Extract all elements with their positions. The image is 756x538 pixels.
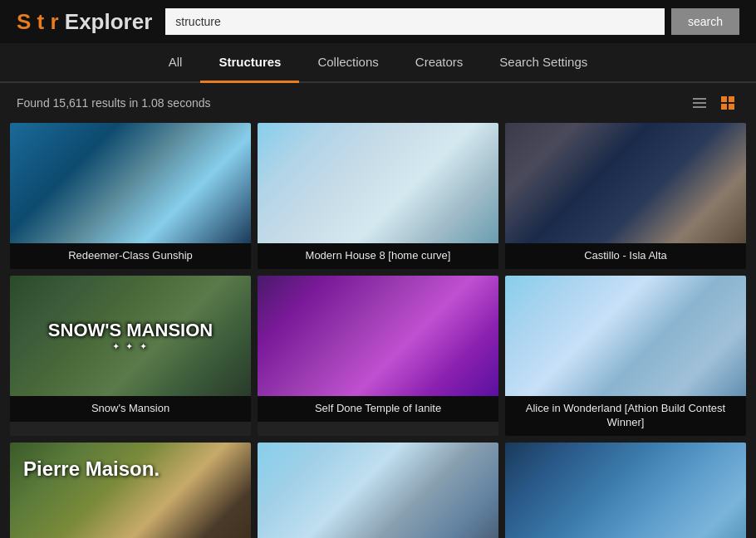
item-image [258, 276, 498, 396]
item-image [505, 276, 746, 396]
results-count: Found 15,611 results in 1.08 seconds [17, 96, 211, 110]
navigation: All Structures Collections Creators Sear… [0, 43, 756, 83]
item-image [10, 123, 251, 243]
item-image [505, 123, 746, 243]
item-image [258, 123, 498, 243]
svg-rect-6 [729, 104, 734, 110]
item-image [505, 443, 746, 538]
item-title: Snow's Mansion [10, 396, 251, 422]
svg-rect-0 [693, 98, 706, 100]
logo-str: S t r [17, 9, 59, 34]
logo-explorer: Explorer [59, 9, 153, 34]
nav-collections[interactable]: Collections [299, 43, 396, 83]
item-title: Castillo - Isla Alta [505, 243, 746, 269]
svg-rect-4 [729, 96, 734, 102]
grid-item[interactable]: Alice in Wonderland [Athion Build Contes… [505, 276, 746, 436]
grid-item[interactable]: Modern House 8 [home curve] [258, 123, 498, 269]
item-image [10, 443, 251, 538]
logo: S t r Explorer [17, 9, 152, 35]
grid-item[interactable]: Pierre Maison. Pierre Maison | BuildFree… [10, 443, 251, 538]
search-bar: search [165, 8, 739, 35]
item-image [258, 443, 498, 538]
view-toggle [688, 91, 739, 115]
grid-item[interactable]: Castillo - Isla Alta [505, 123, 746, 269]
grid-item[interactable]: Gateway - BW24hrBb [505, 443, 746, 538]
search-button[interactable]: search [671, 8, 739, 35]
item-title: Redeemer-Class Gunship [10, 243, 251, 269]
grid-item[interactable]: Tony Stark's Mansion [258, 443, 498, 538]
svg-rect-1 [693, 102, 706, 104]
item-image [10, 276, 251, 396]
results-grid: Redeemer-Class Gunship Modern House 8 [h… [0, 123, 756, 538]
nav-all[interactable]: All [150, 43, 201, 83]
list-view-button[interactable] [688, 91, 711, 115]
grid-view-button[interactable] [716, 91, 739, 115]
nav-structures[interactable]: Structures [200, 43, 299, 83]
item-title: Modern House 8 [home curve] [258, 243, 498, 269]
nav-search-settings[interactable]: Search Settings [481, 43, 606, 83]
header: S t r Explorer search [0, 0, 756, 43]
results-bar: Found 15,611 results in 1.08 seconds [0, 83, 756, 123]
item-title: Alice in Wonderland [Athion Build Contes… [505, 396, 746, 436]
grid-item[interactable]: SNOW'S MANSION✦ ✦ ✦ Snow's Mansion [10, 276, 251, 436]
grid-item[interactable]: Self Done Temple of Ianite [258, 276, 498, 436]
svg-rect-3 [721, 96, 727, 102]
item-title: Self Done Temple of Ianite [258, 396, 498, 422]
nav-creators[interactable]: Creators [397, 43, 482, 83]
grid-item[interactable]: Redeemer-Class Gunship [10, 123, 251, 269]
svg-rect-2 [693, 106, 706, 108]
svg-rect-5 [721, 104, 727, 110]
search-input[interactable] [165, 8, 665, 35]
